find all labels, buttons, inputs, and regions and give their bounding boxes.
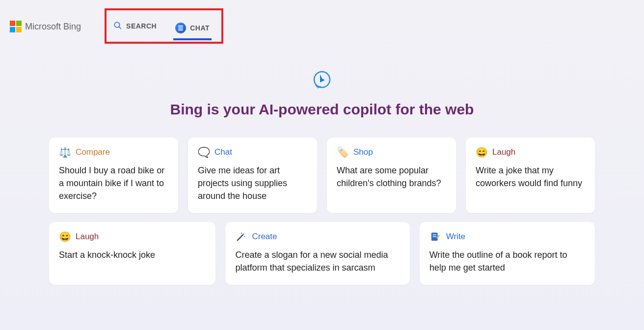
header: Microsoft Bing SEARCH CHAT — [0, 0, 644, 39]
card-shop[interactable]: 🏷️ Shop What are some popular children's… — [327, 138, 456, 213]
chat-icon — [175, 23, 186, 33]
brand-text: Microsoft Bing — [25, 22, 81, 32]
svg-line-1 — [119, 27, 121, 29]
card-chat[interactable]: 🗨️ Chat Give me ideas for art projects u… — [188, 138, 317, 213]
card-laugh-2[interactable]: 😄 Laugh Start a knock-knock joke — [49, 222, 215, 285]
hero-headline: Bing is your AI-powered copilot for the … — [0, 101, 644, 118]
card-body: What are some popular children's clothin… — [337, 164, 446, 190]
hero: Bing is your AI-powered copilot for the … — [0, 69, 644, 118]
tag-icon: 🏷️ — [337, 146, 349, 158]
svg-rect-7 — [432, 235, 436, 235]
card-body: Give me ideas for art projects using sup… — [198, 164, 307, 202]
svg-point-5 — [241, 233, 242, 234]
card-write[interactable]: Write Write the outline of a book report… — [420, 222, 595, 285]
search-icon — [113, 21, 122, 31]
nav-chat-label: CHAT — [190, 24, 210, 32]
card-title: Write — [446, 232, 465, 242]
svg-rect-8 — [432, 236, 436, 237]
wand-icon — [235, 231, 247, 243]
nav-highlight-box: SEARCH CHAT — [105, 8, 223, 44]
card-title: Create — [252, 232, 277, 242]
bing-logo-icon — [310, 69, 334, 92]
card-body: Start a knock-knock joke — [59, 248, 206, 261]
card-compare[interactable]: ⚖️ Compare Should I buy a road bike or a… — [49, 138, 178, 213]
svg-point-3 — [243, 234, 244, 235]
card-body: Create a slogan for a new social media p… — [235, 248, 400, 274]
speech-bubbles-icon: 🗨️ — [198, 146, 210, 158]
card-create[interactable]: Create Create a slogan for a new social … — [225, 222, 409, 285]
card-title: Compare — [76, 147, 110, 157]
microsoft-logo-icon — [10, 21, 22, 32]
card-body: Write the outline of a book report to he… — [429, 248, 585, 274]
scales-icon: ⚖️ — [59, 146, 71, 158]
card-title: Laugh — [492, 147, 515, 157]
nav-search-label: SEARCH — [126, 22, 157, 30]
card-title: Laugh — [76, 232, 99, 242]
laugh-emoji-icon: 😄 — [59, 231, 71, 243]
card-laugh[interactable]: 😄 Laugh Write a joke that my coworkers w… — [466, 138, 595, 213]
card-title: Chat — [215, 147, 232, 157]
card-body: Should I buy a road bike or a mountain b… — [59, 164, 168, 202]
svg-point-4 — [244, 236, 245, 237]
card-title: Shop — [353, 147, 373, 157]
nav-search[interactable]: SEARCH — [111, 17, 159, 35]
pencil-note-icon — [429, 231, 441, 243]
nav-chat[interactable]: CHAT — [173, 19, 212, 40]
laugh-emoji-icon: 😄 — [476, 146, 487, 158]
card-body: Write a joke that my coworkers would fin… — [476, 164, 585, 190]
brand-logo[interactable]: Microsoft Bing — [10, 21, 81, 32]
svg-point-0 — [114, 22, 120, 28]
suggestion-cards: ⚖️ Compare Should I buy a road bike or a… — [0, 118, 644, 285]
